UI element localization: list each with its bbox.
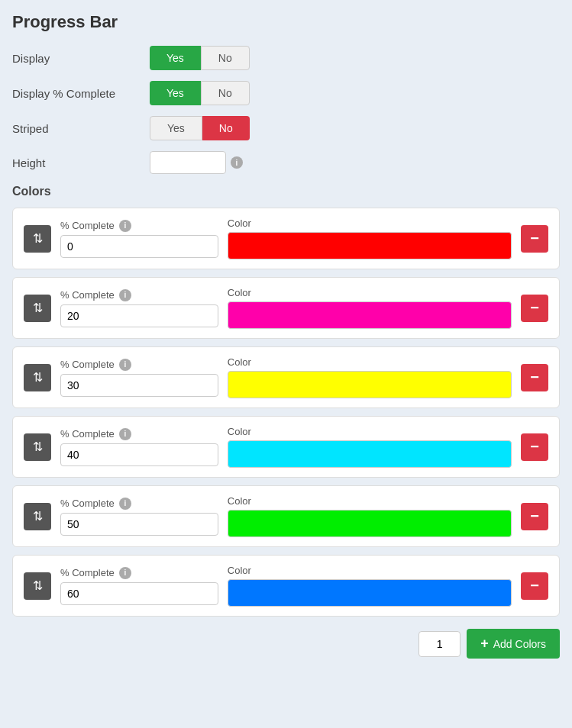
- remove-button[interactable]: −: [521, 364, 548, 391]
- percent-complete-label: % Complete i: [60, 498, 218, 510]
- color-row: ⇅ % Complete i Color −: [12, 208, 560, 269]
- add-colors-button[interactable]: + Add Colors: [467, 629, 560, 659]
- height-row: Height i: [12, 151, 560, 174]
- percent-complete-label: % Complete i: [60, 428, 218, 440]
- color-swatch[interactable]: [228, 232, 512, 259]
- color-label: Color: [228, 217, 512, 229]
- percent-input-group: % Complete i: [60, 289, 218, 327]
- display-no-button[interactable]: No: [201, 46, 250, 70]
- color-picker-group: Color: [228, 217, 512, 259]
- percent-complete-label: % Complete i: [60, 567, 218, 579]
- display-percent-row: Display % Complete Yes No: [12, 81, 560, 105]
- sort-button[interactable]: ⇅: [24, 433, 51, 461]
- color-row: ⇅ % Complete i Color −: [12, 277, 560, 339]
- plus-icon: +: [480, 636, 489, 652]
- color-picker-group: Color: [228, 287, 512, 329]
- color-label: Color: [228, 565, 512, 576]
- percent-info-icon[interactable]: i: [119, 498, 131, 510]
- color-label: Color: [228, 495, 512, 507]
- display-percent-toggle-group: Yes No: [150, 81, 250, 105]
- add-colors-label: Add Colors: [493, 638, 546, 650]
- remove-button[interactable]: −: [521, 295, 548, 322]
- sort-button[interactable]: ⇅: [24, 503, 51, 530]
- remove-button[interactable]: −: [521, 503, 548, 530]
- percent-complete-label: % Complete i: [60, 220, 218, 232]
- remove-button[interactable]: −: [521, 433, 548, 461]
- color-row: ⇅ % Complete i Color −: [12, 416, 560, 478]
- percent-input-group: % Complete i: [60, 359, 218, 397]
- percent-info-icon[interactable]: i: [119, 359, 131, 371]
- display-row: Display Yes No: [12, 46, 560, 70]
- sort-button[interactable]: ⇅: [24, 225, 51, 253]
- color-label: Color: [228, 356, 512, 368]
- percent-input[interactable]: [60, 443, 218, 466]
- page-title: Progress Bar: [12, 12, 560, 32]
- striped-label: Striped: [12, 122, 150, 135]
- percent-complete-label: % Complete i: [60, 289, 218, 301]
- height-label: Height: [12, 156, 150, 169]
- striped-row: Striped Yes No: [12, 116, 560, 140]
- color-picker-group: Color: [228, 495, 512, 537]
- percent-input[interactable]: [60, 374, 218, 397]
- color-swatch[interactable]: [228, 371, 512, 398]
- remove-button[interactable]: −: [521, 225, 548, 253]
- display-toggle-group: Yes No: [150, 46, 250, 70]
- color-swatch[interactable]: [228, 440, 512, 468]
- percent-input-group: % Complete i: [60, 567, 218, 605]
- color-row: ⇅ % Complete i Color −: [12, 346, 560, 408]
- footer-row: + Add Colors: [12, 629, 560, 659]
- color-swatch[interactable]: [228, 301, 512, 329]
- striped-no-button[interactable]: No: [202, 116, 250, 140]
- striped-toggle-group: Yes No: [150, 116, 250, 140]
- color-swatch[interactable]: [228, 579, 512, 607]
- color-row: ⇅ % Complete i Color −: [12, 555, 560, 617]
- display-yes-button[interactable]: Yes: [150, 46, 201, 70]
- percent-info-icon[interactable]: i: [119, 428, 131, 440]
- color-picker-group: Color: [228, 565, 512, 607]
- color-rows-container: ⇅ % Complete i Color − ⇅ % Complete i: [12, 208, 560, 617]
- add-colors-quantity-input[interactable]: [418, 631, 461, 657]
- percent-input-group: % Complete i: [60, 428, 218, 466]
- striped-yes-button[interactable]: Yes: [150, 116, 202, 140]
- percent-complete-label: % Complete i: [60, 359, 218, 371]
- colors-section-title: Colors: [12, 185, 560, 198]
- color-swatch[interactable]: [228, 510, 512, 537]
- percent-input[interactable]: [60, 582, 218, 605]
- color-picker-group: Color: [228, 426, 512, 468]
- percent-input[interactable]: [60, 513, 218, 536]
- remove-button[interactable]: −: [521, 572, 548, 600]
- display-percent-yes-button[interactable]: Yes: [150, 81, 201, 105]
- percent-input[interactable]: [60, 304, 218, 327]
- display-percent-label: Display % Complete: [12, 87, 150, 100]
- display-percent-no-button[interactable]: No: [201, 81, 250, 105]
- percent-info-icon[interactable]: i: [119, 289, 131, 301]
- sort-button[interactable]: ⇅: [24, 295, 51, 322]
- height-info-icon[interactable]: i: [231, 156, 243, 169]
- sort-button[interactable]: ⇅: [24, 364, 51, 391]
- percent-info-icon[interactable]: i: [119, 567, 131, 579]
- color-label: Color: [228, 287, 512, 298]
- color-picker-group: Color: [228, 356, 512, 398]
- percent-info-icon[interactable]: i: [119, 220, 131, 232]
- color-label: Color: [228, 426, 512, 437]
- percent-input-group: % Complete i: [60, 220, 218, 258]
- height-input[interactable]: [150, 151, 226, 174]
- percent-input-group: % Complete i: [60, 498, 218, 536]
- color-row: ⇅ % Complete i Color −: [12, 485, 560, 547]
- percent-input[interactable]: [60, 235, 218, 258]
- sort-button[interactable]: ⇅: [24, 572, 51, 600]
- display-label: Display: [12, 52, 150, 65]
